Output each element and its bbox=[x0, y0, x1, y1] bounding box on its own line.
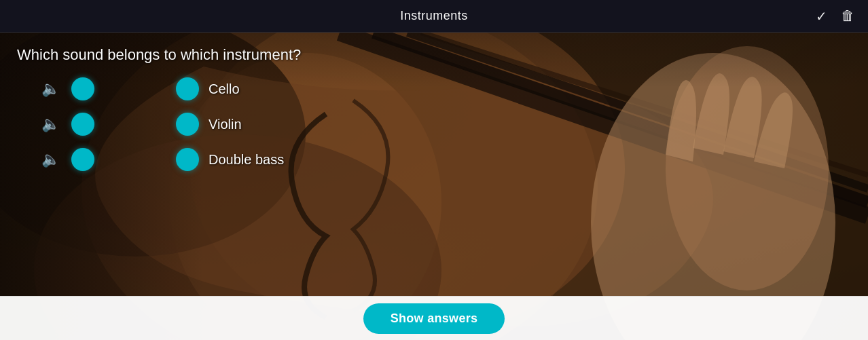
trash-icon[interactable]: 🗑 bbox=[841, 8, 854, 24]
app-container: Instruments ✓ 🗑 bbox=[0, 0, 868, 340]
dot-left-2[interactable] bbox=[71, 113, 94, 136]
sound-icon-3[interactable]: 🔈 bbox=[37, 151, 63, 168]
instrument-label-1: Cello bbox=[209, 81, 240, 97]
dot-right-3[interactable] bbox=[176, 148, 199, 171]
connector-2 bbox=[98, 124, 173, 125]
show-answers-button[interactable]: Show answers bbox=[363, 303, 505, 334]
connector-3 bbox=[98, 159, 173, 160]
instrument-label-2: Violin bbox=[209, 117, 242, 132]
bottom-section: Show answers bbox=[0, 296, 868, 340]
main-content: Which sound belongs to which instrument?… bbox=[0, 33, 868, 340]
question-section: Which sound belongs to which instrument?… bbox=[0, 33, 868, 340]
instrument-label-3: Double bass bbox=[209, 152, 284, 168]
header-title: Instruments bbox=[400, 9, 468, 23]
check-icon[interactable]: ✓ bbox=[816, 8, 827, 24]
match-row: 🔈 Violin bbox=[37, 113, 851, 136]
match-row: 🔈 Double bass bbox=[37, 148, 851, 171]
sound-icon-1[interactable]: 🔈 bbox=[37, 80, 63, 98]
dot-left-1[interactable] bbox=[71, 77, 94, 100]
dot-left-3[interactable] bbox=[71, 148, 94, 171]
dot-right-1[interactable] bbox=[176, 77, 199, 100]
dot-right-2[interactable] bbox=[176, 113, 199, 136]
header: Instruments ✓ 🗑 bbox=[0, 0, 868, 33]
header-actions: ✓ 🗑 bbox=[816, 8, 854, 24]
question-text: Which sound belongs to which instrument? bbox=[17, 46, 851, 64]
sound-icon-2[interactable]: 🔈 bbox=[37, 115, 63, 133]
match-row: 🔈 Cello bbox=[37, 77, 851, 100]
matching-area: 🔈 Cello 🔈 Violin 🔈 bbox=[37, 77, 851, 171]
connector-1 bbox=[98, 88, 173, 90]
